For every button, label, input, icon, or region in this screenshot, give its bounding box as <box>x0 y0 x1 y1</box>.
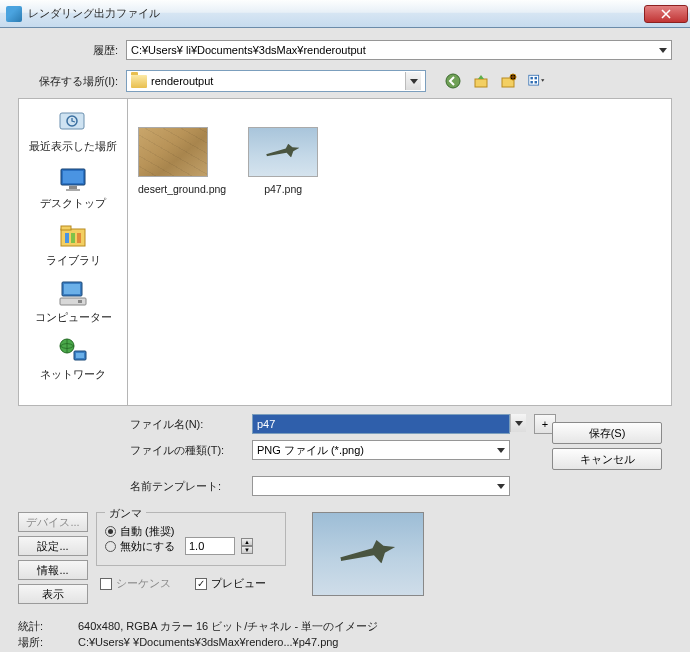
main-area: 最近表示した場所 デスクトップ ライブラリ コンピューター ネットワーク <box>18 98 672 406</box>
svg-rect-23 <box>78 300 82 303</box>
view-menu-button[interactable] <box>528 72 546 90</box>
desktop-icon <box>56 164 90 194</box>
sequence-checkbox-wrap[interactable]: シーケンス <box>100 576 171 591</box>
savein-value: renderoutput <box>151 75 213 87</box>
info-button[interactable]: 情報... <box>18 560 88 580</box>
svg-rect-7 <box>530 81 532 83</box>
preview-checkbox[interactable] <box>195 578 207 590</box>
chevron-down-icon <box>515 421 523 426</box>
file-item[interactable]: p47.png <box>248 127 318 195</box>
filename-input[interactable] <box>252 414 510 434</box>
place-computer-label: コンピューター <box>19 310 127 325</box>
history-row: 履歴: C:¥Users¥ li¥Documents¥3dsMax¥render… <box>18 40 672 60</box>
dialog-body: 履歴: C:¥Users¥ li¥Documents¥3dsMax¥render… <box>0 28 690 652</box>
svg-rect-17 <box>65 233 69 243</box>
device-button[interactable]: デバイス... <box>18 512 88 532</box>
network-icon <box>56 335 90 365</box>
gamma-auto-label: 自動 (推奨) <box>120 524 174 539</box>
gamma-value: 1.0 <box>189 540 204 552</box>
place-desktop[interactable]: デスクトップ <box>19 160 127 215</box>
file-name: p47.png <box>248 183 318 195</box>
dialog-buttons: 保存(S) キャンセル <box>552 422 662 470</box>
gamma-group: ガンマ 自動 (推奨) 無効にする 1.0 ▲▼ <box>96 512 286 566</box>
chevron-down-icon <box>410 79 418 84</box>
svg-rect-14 <box>66 189 80 191</box>
filetype-value: PNG ファイル (*.png) <box>257 443 364 458</box>
file-item[interactable]: desert_ground.png <box>138 127 226 195</box>
file-name: desert_ground.png <box>138 183 226 195</box>
place-recent-label: 最近表示した場所 <box>19 139 127 154</box>
gamma-disable-label: 無効にする <box>120 539 175 554</box>
app-icon <box>6 6 22 22</box>
settings-button[interactable]: 設定... <box>18 536 88 556</box>
preview-checkbox-wrap[interactable]: プレビュー <box>195 576 266 591</box>
window-title: レンダリング出力ファイル <box>28 6 644 21</box>
filetype-dropdown[interactable]: PNG ファイル (*.png) <box>252 440 510 460</box>
place-desktop-label: デスクトップ <box>19 196 127 211</box>
svg-rect-21 <box>64 284 80 294</box>
stats-label: 統計: <box>18 618 78 634</box>
chevron-down-icon <box>497 448 505 453</box>
preview-image <box>312 512 424 596</box>
computer-icon <box>56 278 90 308</box>
svg-rect-6 <box>535 77 537 79</box>
savein-row: 保存する場所(I): renderoutput <box>18 70 672 92</box>
savein-label: 保存する場所(I): <box>18 74 126 89</box>
stats-value: 640x480, RGBA カラー 16 ビット/チャネル - 単一のイメージ <box>78 618 378 634</box>
svg-rect-22 <box>60 298 86 305</box>
gamma-spinner[interactable]: 1.0 <box>185 537 235 555</box>
svg-rect-8 <box>535 81 537 83</box>
gamma-disable-row[interactable]: 無効にする 1.0 ▲▼ <box>105 537 277 555</box>
svg-rect-1 <box>475 79 487 87</box>
place-recent[interactable]: 最近表示した場所 <box>19 103 127 158</box>
close-icon <box>661 9 671 19</box>
place-library[interactable]: ライブラリ <box>19 217 127 272</box>
svg-rect-12 <box>63 171 83 183</box>
svg-rect-16 <box>61 226 71 230</box>
up-button[interactable] <box>472 72 490 90</box>
history-value: C:¥Users¥ li¥Documents¥3dsMax¥renderoutp… <box>131 44 366 56</box>
svg-rect-4 <box>529 75 539 85</box>
svg-rect-18 <box>71 233 75 243</box>
radio-auto[interactable] <box>105 526 116 537</box>
savein-dropdown[interactable]: renderoutput <box>126 70 426 92</box>
places-bar: 最近表示した場所 デスクトップ ライブラリ コンピューター ネットワーク <box>18 98 128 406</box>
filename-label: ファイル名(N): <box>130 417 252 432</box>
radio-disable[interactable] <box>105 541 116 552</box>
chevron-down-icon <box>659 48 667 53</box>
checkbox-row: シーケンス プレビュー <box>100 576 286 591</box>
place-network[interactable]: ネットワーク <box>19 331 127 386</box>
place-library-label: ライブラリ <box>19 253 127 268</box>
file-thumbnail <box>138 127 208 177</box>
location-label: 場所: <box>18 634 78 650</box>
place-computer[interactable]: コンピューター <box>19 274 127 329</box>
titlebar: レンダリング出力ファイル <box>0 0 690 28</box>
cancel-button[interactable]: キャンセル <box>552 448 662 470</box>
location-value: C:¥Users¥ ¥Documents¥3dsMax¥rendero...¥p… <box>78 634 338 650</box>
place-network-label: ネットワーク <box>19 367 127 382</box>
template-dropdown[interactable] <box>252 476 510 496</box>
back-button[interactable] <box>444 72 462 90</box>
folder-toolbar <box>444 72 546 90</box>
template-label: 名前テンプレート: <box>130 479 252 494</box>
preview-label: プレビュー <box>211 576 266 591</box>
spinner-buttons[interactable]: ▲▼ <box>241 538 253 554</box>
close-button[interactable] <box>644 5 688 23</box>
filetype-label: ファイルの種類(T): <box>130 443 252 458</box>
library-icon <box>56 221 90 251</box>
new-folder-button[interactable] <box>500 72 518 90</box>
filename-dropdown-button[interactable] <box>510 414 526 432</box>
sequence-label: シーケンス <box>116 576 171 591</box>
recent-icon <box>56 107 90 137</box>
bottom-area: デバイス... 設定... 情報... 表示 ガンマ 自動 (推奨) 無効にする… <box>18 512 672 604</box>
gamma-title: ガンマ <box>105 506 146 521</box>
save-button[interactable]: 保存(S) <box>552 422 662 444</box>
sequence-checkbox[interactable] <box>100 578 112 590</box>
stats-area: 統計: 640x480, RGBA カラー 16 ビット/チャネル - 単一のイ… <box>18 618 672 650</box>
svg-rect-5 <box>530 77 532 79</box>
file-list[interactable]: desert_ground.png p47.png <box>128 98 672 406</box>
left-buttons: デバイス... 設定... 情報... 表示 <box>18 512 88 604</box>
view-button[interactable]: 表示 <box>18 584 88 604</box>
history-dropdown[interactable]: C:¥Users¥ li¥Documents¥3dsMax¥renderoutp… <box>126 40 672 60</box>
folder-icon <box>131 75 147 88</box>
